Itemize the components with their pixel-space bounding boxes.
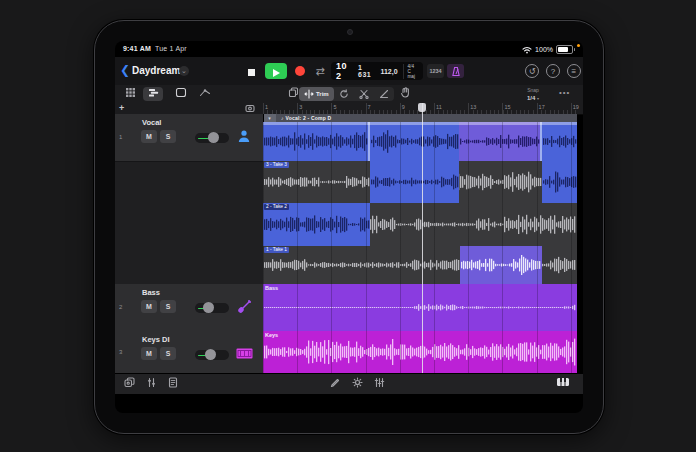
mute-button[interactable]: M: [141, 347, 157, 360]
take1-selected-section[interactable]: [460, 246, 542, 284]
undo-button[interactable]: ↺: [525, 64, 539, 78]
inspector-view-button[interactable]: [171, 87, 191, 101]
function-split-segment[interactable]: [354, 87, 374, 101]
hand-tool-icon: [395, 87, 415, 98]
track-name: Vocal: [142, 118, 161, 127]
keys-region[interactable]: Keys: [263, 331, 577, 374]
solo-button[interactable]: S: [160, 130, 176, 143]
region-label: Keys: [265, 332, 278, 338]
lcd-position: 10 2: [336, 61, 353, 81]
ruler-bar-label: 3: [299, 104, 302, 110]
solo-button[interactable]: S: [160, 347, 176, 360]
edit-more-button[interactable]: •••: [559, 88, 570, 97]
gear-icon: [349, 377, 365, 388]
lcd-display[interactable]: 10 2 1 631 112,0 4/4 C maj: [331, 62, 423, 80]
folder-collapse-button[interactable]: ▾: [263, 114, 276, 122]
battery-percent: 100%: [535, 46, 553, 53]
tracks-view-button[interactable]: [143, 87, 163, 101]
cycle-button[interactable]: ⇄: [312, 64, 328, 78]
ruler-bar-label: 9: [402, 104, 405, 110]
function-trim-segment[interactable]: Trim: [299, 87, 334, 101]
volume-slider[interactable]: [195, 303, 229, 313]
play-surface-button[interactable]: [555, 377, 571, 391]
tool-button[interactable]: [395, 87, 415, 101]
list-icon: [165, 377, 181, 388]
take-lane-2[interactable]: 2 - Take 2: [263, 203, 577, 247]
track-header-keys[interactable]: 3 Keys DI M S: [115, 331, 263, 374]
project-title[interactable]: Daydream: [132, 65, 180, 76]
track-header-panel: 1 Vocal M S 2 Bass M S 3 Keys DI M: [115, 114, 264, 373]
faders-icon: [371, 377, 387, 388]
mixer-icon: [143, 377, 159, 388]
comp-region-row[interactable]: [263, 122, 577, 162]
mixer-button[interactable]: [143, 377, 159, 391]
status-right: 100%: [522, 45, 573, 54]
take-label: 2 - Take 2: [264, 204, 289, 210]
plugins-icon: [121, 377, 137, 388]
play-icon: [273, 69, 280, 77]
ellipsis-icon: ≡: [571, 67, 576, 76]
take-label: 3 - Take 3: [264, 162, 289, 168]
tracks-area: 3 - Take 3 2 - Take 2 1 - Take 1 Bass: [263, 122, 577, 373]
ruler-bar-label: 19: [573, 104, 579, 110]
add-track-button[interactable]: +: [119, 103, 124, 114]
help-icon: ?: [551, 67, 555, 76]
snap-value: 1/4: [527, 95, 535, 101]
keyboard-patch-icon: [235, 348, 253, 366]
status-time: 9:41 AM: [123, 45, 151, 52]
region-label: Bass: [265, 285, 278, 291]
record-button[interactable]: [295, 66, 305, 76]
function-fade-segment[interactable]: [374, 87, 394, 101]
lcd-sig-key: 4/4 C maj: [403, 64, 418, 79]
take3-selected-section[interactable]: [542, 161, 577, 203]
comp-top-strip: [263, 122, 577, 125]
ipad-device-frame: 9:41 AMTue 1 Apr 100% ❮ Daydream ⌄ ⇄ 10 …: [94, 20, 604, 434]
solo-button[interactable]: S: [160, 300, 176, 313]
comp-section-a[interactable]: [263, 122, 370, 161]
event-list-button[interactable]: [165, 377, 181, 391]
back-chevron-icon[interactable]: ❮: [120, 63, 130, 77]
volume-slider[interactable]: [195, 133, 229, 143]
plugins-button[interactable]: [121, 377, 137, 391]
ruler-bar-label: 15: [504, 104, 510, 110]
snap-control[interactable]: Snap 1/4 ▾: [527, 86, 539, 103]
track-header-bass[interactable]: 2 Bass M S: [115, 284, 263, 332]
browser-view-button[interactable]: [120, 87, 140, 101]
piano-keyboard-icon: [555, 377, 571, 387]
function-loop-segment[interactable]: [334, 87, 354, 101]
more-options-button[interactable]: ≡: [567, 64, 581, 78]
count-in-button[interactable]: 1234: [427, 64, 444, 78]
automation-view-button[interactable]: [195, 87, 215, 101]
controls-button[interactable]: [371, 377, 387, 391]
ruler-bar-label: 13: [470, 104, 476, 110]
take-lane-3[interactable]: 3 - Take 3: [263, 161, 577, 204]
track-header-options-button[interactable]: [245, 104, 255, 113]
chevron-down-icon: ▾: [268, 115, 271, 121]
take-lane-1[interactable]: 1 - Take 1: [263, 246, 577, 285]
take3-selected-section[interactable]: [370, 161, 459, 203]
automation-icon: [195, 87, 215, 98]
mute-button[interactable]: M: [141, 300, 157, 313]
region-note-icon: ♪: [281, 115, 284, 121]
metronome-icon: [447, 66, 464, 77]
comp-section-b[interactable]: [370, 122, 459, 161]
fade-icon: [379, 89, 389, 99]
take-folder-header[interactable]: ▾ ♪ Vocal: 2 - Comp D: [263, 114, 577, 122]
comp-section-c[interactable]: [459, 122, 542, 161]
comp-section-d[interactable]: [542, 122, 577, 161]
stop-button[interactable]: [243, 64, 259, 78]
status-bar: 9:41 AMTue 1 Apr 100%: [115, 41, 583, 57]
project-menu-chevron-icon[interactable]: ⌄: [179, 66, 189, 76]
mute-button[interactable]: M: [141, 130, 157, 143]
metronome-button[interactable]: [447, 64, 464, 78]
help-button[interactable]: ?: [546, 64, 560, 78]
play-button[interactable]: [265, 63, 287, 79]
bass-region[interactable]: Bass: [263, 284, 577, 332]
playhead[interactable]: [422, 103, 423, 373]
settings-button[interactable]: [349, 377, 365, 391]
ruler-bar-label: 11: [436, 104, 442, 110]
volume-slider[interactable]: [195, 350, 229, 360]
pencil-tool-button[interactable]: [327, 377, 343, 391]
inspector-icon: [171, 87, 191, 98]
track-header-vocal[interactable]: 1 Vocal M S: [115, 114, 263, 162]
